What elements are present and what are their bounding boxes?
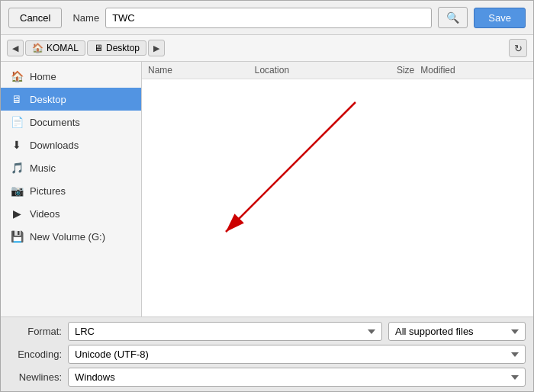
sidebar-item-downloads[interactable]: ⬇ Downloads [1,133,141,156]
column-size: Size [361,65,420,76]
file-area: Name Location Size Modified [142,62,533,316]
breadcrumb-prev-button[interactable]: ◀ [7,40,24,56]
file-list-empty [142,79,533,232]
search-button[interactable]: 🔍 [438,7,468,28]
sidebar-item-label: Home [30,71,56,82]
sidebar-item-videos[interactable]: ▶ Videos [1,202,141,225]
sidebar-item-label: Downloads [30,140,79,151]
breadcrumb-next-button[interactable]: ▶ [148,40,165,56]
main-content: 🏠 Home 🖥 Desktop 📄 Documents ⬇ Downloads… [1,62,533,316]
sidebar-item-music[interactable]: 🎵 Music [1,156,141,179]
encoding-select[interactable]: Unicode (UTF-8) UTF-16 ASCII [68,345,526,364]
sidebar-item-home[interactable]: 🏠 Home [1,65,141,88]
music-icon: 🎵 [10,162,24,174]
bottom-bar: Format: LRC SRT VTT ASS All supported fi… [1,316,533,391]
column-location: Location [255,65,362,76]
chevron-right-icon: ▶ [153,43,159,53]
refresh-icon: ↻ [514,43,523,54]
newlines-row: Newlines: Windows Unix Mac [8,368,526,387]
downloads-icon: ⬇ [10,139,24,151]
refresh-button[interactable]: ↻ [509,39,527,57]
file-list-header: Name Location Size Modified [142,62,533,79]
breadcrumb-home-item[interactable]: 🏠 KOMAL [25,40,85,56]
documents-icon: 📄 [10,116,24,128]
all-files-select[interactable]: All supported files All files [388,322,526,341]
videos-icon: ▶ [10,207,24,220]
save-button[interactable]: Save [474,8,526,28]
sidebar: 🏠 Home 🖥 Desktop 📄 Documents ⬇ Downloads… [1,62,142,316]
newlines-select[interactable]: Windows Unix Mac [68,368,526,387]
format-row: Format: LRC SRT VTT ASS All supported fi… [8,322,526,341]
annotation-arrow [203,87,401,255]
chevron-left-icon: ◀ [12,43,18,53]
sidebar-item-label: New Volume (G:) [30,231,105,243]
pictures-icon: 📷 [10,185,24,197]
desktop-icon: 🖥 [10,93,24,105]
svg-line-1 [226,102,355,232]
dialog-header: Cancel Name 🔍 Save [1,1,533,35]
encoding-label: Encoding: [8,349,62,360]
sidebar-item-pictures[interactable]: 📷 Pictures [1,179,141,202]
sidebar-item-desktop[interactable]: 🖥 Desktop [1,88,141,111]
search-icon: 🔍 [446,11,459,24]
column-name: Name [148,65,255,76]
sidebar-item-label: Documents [30,117,80,128]
encoding-row: Encoding: Unicode (UTF-8) UTF-16 ASCII [8,345,526,364]
format-label: Format: [8,326,62,337]
desktop-icon: 🖥 [94,43,103,53]
home-icon: 🏠 [32,43,43,53]
home-icon: 🏠 [10,70,24,82]
save-dialog: Cancel Name 🔍 Save ◀ 🏠 KOMAL 🖥 Desktop ▶… [0,0,534,392]
breadcrumb-desktop-label: Desktop [106,43,140,53]
drive-icon: 💾 [10,230,24,243]
sidebar-item-label: Desktop [30,94,66,105]
breadcrumb-bar: ◀ 🏠 KOMAL 🖥 Desktop ▶ ↻ [1,35,533,62]
column-modified: Modified [420,65,527,76]
breadcrumb-home-label: KOMAL [47,43,79,53]
newlines-label: Newlines: [8,371,62,383]
sidebar-item-documents[interactable]: 📄 Documents [1,111,141,133]
cancel-button[interactable]: Cancel [8,8,62,28]
filename-input[interactable] [105,8,432,28]
format-select[interactable]: LRC SRT VTT ASS [68,322,382,341]
sidebar-item-new-volume[interactable]: 💾 New Volume (G:) [1,225,141,248]
sidebar-item-label: Pictures [30,185,66,197]
sidebar-item-label: Music [30,162,56,174]
name-label: Name [72,12,99,24]
sidebar-item-label: Videos [30,208,60,220]
breadcrumb-desktop-item[interactable]: 🖥 Desktop [87,40,146,56]
